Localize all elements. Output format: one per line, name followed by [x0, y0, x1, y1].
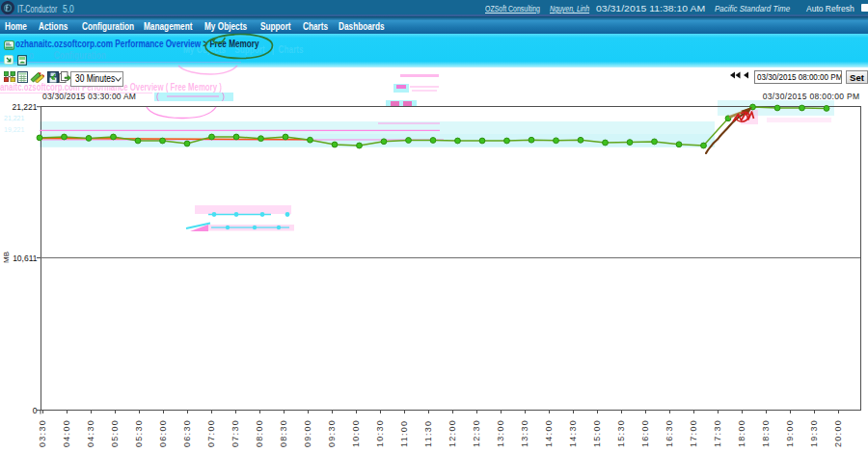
svg-text:17:00: 17:00 — [689, 419, 698, 447]
svg-text:18:30: 18:30 — [761, 419, 771, 447]
svg-text:09:30: 09:30 — [327, 419, 337, 447]
svg-text:04:00: 04:00 — [62, 419, 71, 447]
svg-text:13:30: 13:30 — [520, 419, 529, 447]
svg-text:05:30: 05:30 — [134, 419, 144, 447]
svg-text:04:30: 04:30 — [86, 419, 95, 447]
svg-text:07:00: 07:00 — [206, 419, 216, 447]
svg-text:10:30: 10:30 — [375, 419, 385, 447]
svg-text:10,611: 10,611 — [13, 253, 38, 263]
svg-text:15:30: 15:30 — [616, 419, 626, 447]
svg-text:07:30: 07:30 — [231, 419, 240, 447]
svg-text:05:00: 05:00 — [110, 419, 120, 447]
svg-text:21,221: 21,221 — [13, 102, 38, 112]
svg-text:16:00: 16:00 — [640, 419, 650, 447]
svg-text:21,221: 21,221 — [4, 115, 25, 121]
svg-text:06:30: 06:30 — [182, 419, 192, 447]
svg-text:08:30: 08:30 — [279, 419, 288, 447]
svg-text:0: 0 — [33, 406, 38, 415]
svg-text:18:00: 18:00 — [737, 419, 746, 447]
svg-text:16:30: 16:30 — [665, 419, 674, 447]
svg-text:19:00: 19:00 — [785, 419, 795, 447]
svg-text:14:00: 14:00 — [544, 419, 554, 447]
svg-text:11:00: 11:00 — [399, 420, 409, 447]
svg-text:MB: MB — [2, 252, 11, 263]
svg-text:19,221: 19,221 — [4, 126, 25, 133]
svg-text:11:30: 11:30 — [423, 420, 433, 447]
svg-text:13:00: 13:00 — [496, 419, 505, 447]
svg-text:03:30: 03:30 — [38, 419, 47, 447]
svg-text:15:00: 15:00 — [592, 419, 602, 447]
svg-text:03/30/2015 03:30:00 AM: 03/30/2015 03:30:00 AM — [42, 92, 136, 101]
svg-text:17:30: 17:30 — [713, 419, 722, 447]
svg-text:08:00: 08:00 — [255, 419, 264, 447]
svg-text:10:00: 10:00 — [351, 419, 361, 447]
svg-text:12:00: 12:00 — [448, 419, 457, 447]
svg-text:12:30: 12:30 — [472, 419, 481, 447]
svg-text:06:00: 06:00 — [158, 419, 168, 447]
svg-text:09:00: 09:00 — [303, 419, 312, 447]
svg-text:03/30/2015 08:00:00 PM: 03/30/2015 08:00:00 PM — [763, 92, 860, 101]
svg-text:14:30: 14:30 — [568, 419, 578, 447]
svg-text:19:30: 19:30 — [809, 419, 819, 447]
svg-text:20:00: 20:00 — [833, 419, 843, 447]
